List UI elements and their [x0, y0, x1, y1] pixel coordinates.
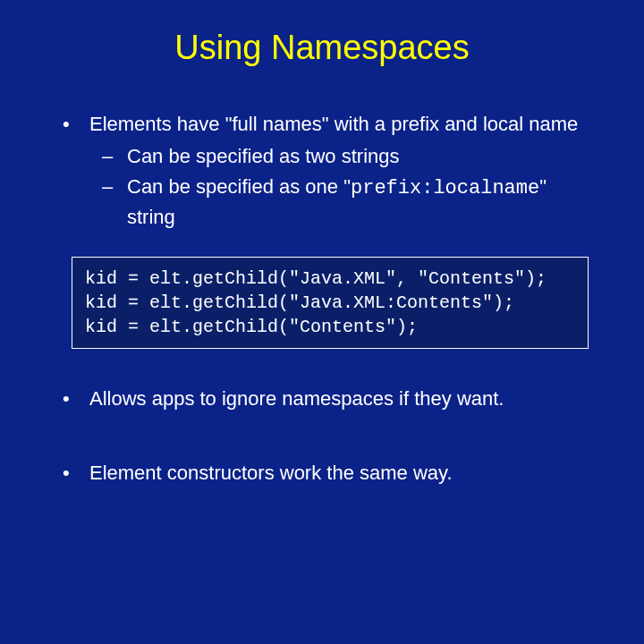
code-line-2: kid = elt.getChild("Java.XML:Contents"); — [85, 292, 514, 313]
sub-item-1: Can be specified as two strings — [102, 142, 594, 171]
sub-list: Can be specified as two strings Can be s… — [102, 142, 594, 232]
bullet-item-2: Allows apps to ignore namespaces if they… — [63, 385, 594, 413]
sub-2-a: Can be specified as one " — [127, 175, 351, 198]
code-line-3: kid = elt.getChild("Contents"); — [85, 317, 418, 337]
code-block: kid = elt.getChild("Java.XML", "Contents… — [72, 257, 589, 349]
sub-2-code: prefix:localname — [351, 177, 539, 199]
bullet-1-text: Elements have "full names" with a prefix… — [89, 113, 578, 135]
sub-item-2: Can be specified as one "prefix:localnam… — [102, 173, 594, 232]
bullet-list-3: Element constructors work the same way. — [63, 459, 594, 487]
slide: Using Namespaces Elements have "full nam… — [0, 0, 644, 644]
spacer — [36, 428, 608, 459]
bullet-item-1: Elements have "full names" with a prefix… — [63, 110, 594, 232]
code-line-1: kid = elt.getChild("Java.XML", "Contents… — [85, 268, 547, 289]
bullet-list: Elements have "full names" with a prefix… — [63, 110, 594, 232]
bullet-item-3: Element constructors work the same way. — [63, 459, 594, 487]
slide-title: Using Namespaces — [36, 29, 608, 67]
bullet-list-2: Allows apps to ignore namespaces if they… — [63, 385, 594, 413]
